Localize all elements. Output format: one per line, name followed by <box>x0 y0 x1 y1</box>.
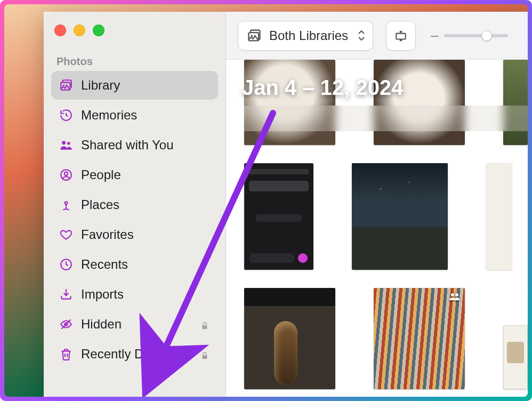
svg-point-5 <box>65 172 68 176</box>
library-picker[interactable]: Both Libraries <box>238 21 373 51</box>
close-window-button[interactable] <box>54 25 66 36</box>
date-range-title: Jan 4 – 12, 2024 <box>242 76 403 100</box>
sidebar-item-label: Hidden <box>81 317 192 332</box>
zoom-slider[interactable] <box>444 34 508 37</box>
svg-rect-10 <box>203 325 207 329</box>
sidebar: Photos LibraryMemoriesShared with YouPeo… <box>44 12 226 397</box>
svg-point-16 <box>455 293 458 296</box>
svg-point-2 <box>62 141 66 145</box>
photo-grid-area: Jan 4 – 12, 2024 <box>226 60 528 397</box>
sidebar-item-trash[interactable]: Recently Del… <box>51 340 218 368</box>
main-panel: Both Libraries – <box>226 12 528 397</box>
toolbar: Both Libraries – <box>226 12 528 60</box>
photo-thumbnail[interactable] <box>503 325 528 389</box>
zoom-control: – <box>431 27 507 44</box>
photos-icon <box>59 78 74 93</box>
aspect-ratio-button[interactable] <box>386 21 416 51</box>
sidebar-item-label: People <box>81 167 211 182</box>
sidebar-item-clock[interactable]: Recents <box>51 250 218 279</box>
zoom-slider-knob[interactable] <box>481 30 492 41</box>
sidebar-item-shared[interactable]: Shared with You <box>51 131 218 159</box>
sidebar-item-label: Library <box>81 78 211 93</box>
sidebar-item-label: Imports <box>81 287 211 302</box>
trash-icon <box>59 347 74 362</box>
sidebar-item-label: Recently Del… <box>81 347 192 362</box>
library-picker-icon <box>247 28 262 43</box>
photo-thumbnail[interactable] <box>352 163 448 270</box>
sidebar-section-label: Photos <box>51 52 218 71</box>
import-icon <box>59 287 74 302</box>
svg-point-3 <box>67 142 70 145</box>
sidebar-item-label: Recents <box>81 257 211 272</box>
hidden-icon <box>59 317 74 332</box>
minimize-window-button[interactable] <box>74 25 85 36</box>
people-icon <box>59 167 74 182</box>
lock-icon <box>200 349 211 359</box>
sidebar-nav: LibraryMemoriesShared with YouPeoplePlac… <box>51 71 218 368</box>
clock-icon <box>59 257 74 272</box>
sidebar-item-places[interactable]: Places <box>51 190 218 219</box>
heart-icon <box>59 227 74 242</box>
memories-icon <box>59 108 74 123</box>
photos-app-window: Photos LibraryMemoriesShared with YouPeo… <box>44 12 528 397</box>
zoom-out-label: – <box>431 27 438 44</box>
svg-rect-14 <box>396 33 405 39</box>
photo-thumbnail[interactable] <box>244 163 313 270</box>
photo-thumbnail[interactable] <box>374 60 465 145</box>
photo-thumbnail[interactable] <box>374 288 465 389</box>
svg-point-6 <box>65 202 68 204</box>
shared-people-badge-icon <box>449 292 461 303</box>
photo-thumbnail[interactable] <box>244 288 335 389</box>
sidebar-item-label: Shared with You <box>81 138 211 153</box>
sidebar-item-import[interactable]: Imports <box>51 280 218 309</box>
redaction-blur <box>244 106 528 131</box>
shared-icon <box>59 138 74 153</box>
sidebar-item-photos[interactable]: Library <box>51 71 218 100</box>
library-picker-label: Both Libraries <box>269 28 348 43</box>
window-controls <box>51 21 218 52</box>
photo-thumbnail[interactable] <box>244 60 335 145</box>
sidebar-item-heart[interactable]: Favorites <box>51 220 218 249</box>
sidebar-item-label: Memories <box>81 108 211 123</box>
sidebar-item-label: Places <box>81 197 211 212</box>
photo-thumbnail[interactable] <box>503 60 528 145</box>
svg-rect-11 <box>203 355 207 359</box>
places-icon <box>59 197 74 212</box>
lock-icon <box>200 319 211 330</box>
sidebar-item-memories[interactable]: Memories <box>51 101 218 130</box>
sidebar-item-label: Favorites <box>81 227 211 242</box>
sidebar-item-hidden[interactable]: Hidden <box>51 310 218 339</box>
zoom-window-button[interactable] <box>93 25 104 36</box>
svg-point-15 <box>451 293 454 296</box>
photo-thumbnail[interactable] <box>486 163 512 270</box>
library-picker-stepper-icon <box>358 30 365 41</box>
sidebar-item-people[interactable]: People <box>51 161 218 189</box>
